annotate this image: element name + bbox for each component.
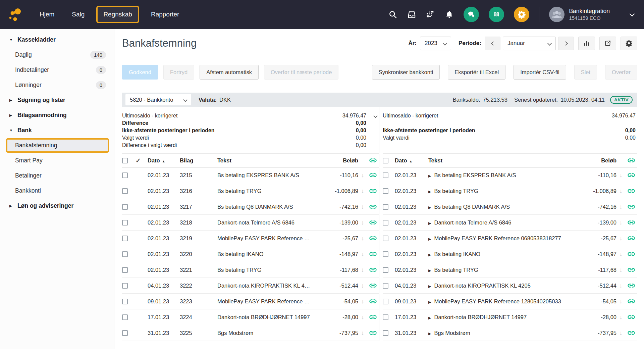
- book-entry-row[interactable]: 02.01.23 ▶Dankort-nota Telmore A/S 6846 …: [383, 215, 637, 231]
- bank-entry-row[interactable]: 02.01.23 3217 Bs betaling Q8 DANMARK A/S…: [122, 199, 379, 215]
- move-down-icon[interactable]: ↓: [616, 282, 625, 289]
- row-checkbox[interactable]: [122, 314, 128, 320]
- expand-row-icon[interactable]: ▶: [428, 174, 431, 178]
- book-entry-row[interactable]: 02.01.23 ▶Bs betaling IKANO -148,97 ↓: [383, 246, 637, 262]
- expand-row-icon[interactable]: ▶: [428, 284, 431, 288]
- move-down-icon[interactable]: ↓: [616, 298, 625, 305]
- inbox-tray-icon[interactable]: [407, 10, 416, 19]
- move-down-icon[interactable]: ↓: [616, 203, 625, 210]
- period-select[interactable]: Januar: [503, 37, 556, 50]
- book-entry-row[interactable]: 02.01.23 ▶Bs betaling EKSPRES BANK A/S -…: [383, 167, 637, 183]
- link-icon[interactable]: [367, 234, 379, 242]
- bank-entry-row[interactable]: 31.01.23 3225 Bgs Modstrøm -737,95 ↓: [122, 325, 379, 341]
- move-down-icon[interactable]: ↓: [358, 266, 367, 273]
- row-checkbox[interactable]: [383, 236, 388, 241]
- move-down-icon[interactable]: ↓: [358, 282, 367, 289]
- godkend-button[interactable]: Godkend: [122, 65, 158, 80]
- user-menu[interactable]: Bankintegration 1541159 ECO: [549, 7, 610, 22]
- link-icon[interactable]: [625, 171, 637, 179]
- move-down-icon[interactable]: ↓: [616, 266, 625, 273]
- expand-row-icon[interactable]: ▶: [428, 253, 431, 257]
- apps-grid-icon[interactable]: [426, 10, 435, 19]
- expand-row-icon[interactable]: ▶: [428, 332, 431, 336]
- move-down-icon[interactable]: ↓: [616, 251, 625, 258]
- overfor-til-naeste-periode-button[interactable]: Overfør til næste periode: [264, 65, 338, 80]
- handbook-icon[interactable]: [489, 7, 504, 22]
- overfor-button[interactable]: Overfør: [605, 65, 637, 80]
- settings-button[interactable]: [621, 37, 637, 50]
- bank-account-select[interactable]: 5820 - Bankkonto: [125, 94, 191, 105]
- importer-csv-button[interactable]: Importér CSV-fil: [514, 65, 566, 80]
- sidebar-item-indbetalinger[interactable]: Indbetalinger 0: [0, 62, 114, 78]
- chevron-down-icon[interactable]: [630, 11, 635, 16]
- link-icon[interactable]: [367, 218, 379, 227]
- fortryd-button[interactable]: Fortryd: [163, 65, 194, 80]
- sidebar-section-bilagsanmodning[interactable]: ▶ Bilagsanmodning: [0, 108, 114, 123]
- move-down-icon[interactable]: ↓: [616, 219, 625, 226]
- row-checkbox[interactable]: [383, 172, 388, 178]
- move-down-icon[interactable]: ↓: [358, 235, 367, 242]
- export-button[interactable]: [599, 37, 616, 50]
- bank-entry-row[interactable]: 02.01.23 3219 MobilePay EASY PARK Refere…: [122, 231, 379, 246]
- link-icon[interactable]: [625, 187, 637, 195]
- checkmark-icon[interactable]: ✓: [136, 157, 148, 164]
- row-checkbox[interactable]: [383, 299, 388, 304]
- sidebar-section-sogning-og-lister[interactable]: ▶ Søgning og lister: [0, 93, 114, 108]
- afstem-automatisk-button[interactable]: Afstem automatisk: [200, 65, 259, 80]
- menu-rapporter[interactable]: Rapporter: [142, 0, 188, 29]
- book-entry-row[interactable]: 02.01.23 ▶Bs betaling TRYG -117,68 ↓: [383, 262, 637, 278]
- book-entry-row[interactable]: 04.01.23 ▶Dankort-nota KIROPRAKTISK KL 4…: [383, 278, 637, 294]
- book-entry-row[interactable]: 02.01.23 ▶Bs betaling Q8 DANMARK A/S -74…: [383, 199, 637, 215]
- select-all-checkbox[interactable]: [122, 158, 128, 163]
- row-checkbox[interactable]: [383, 283, 388, 289]
- row-checkbox[interactable]: [122, 283, 128, 289]
- link-icon[interactable]: [367, 313, 379, 321]
- move-down-icon[interactable]: ↓: [358, 330, 367, 337]
- bank-entry-row[interactable]: 09.01.23 3223 MobilePay EASY PARK Refere…: [122, 294, 379, 309]
- link-icon[interactable]: [625, 203, 637, 211]
- move-down-icon[interactable]: ↓: [358, 203, 367, 210]
- previous-period-button[interactable]: [485, 37, 500, 50]
- move-down-icon[interactable]: ↓: [616, 314, 625, 321]
- move-down-icon[interactable]: ↓: [358, 314, 367, 321]
- row-checkbox[interactable]: [122, 267, 128, 273]
- move-down-icon[interactable]: ↓: [358, 219, 367, 226]
- link-icon[interactable]: [625, 282, 637, 290]
- link-icon[interactable]: [625, 329, 637, 337]
- year-select[interactable]: 2023: [420, 37, 451, 50]
- link-icon[interactable]: [367, 282, 379, 290]
- sidebar-section-lon-og-adviseringer[interactable]: ▶ Løn og adviseringer: [0, 198, 114, 213]
- link-icon[interactable]: [367, 250, 379, 258]
- summary-expand-icon[interactable]: [373, 114, 378, 118]
- settings-gear-icon[interactable]: [514, 7, 529, 22]
- sidebar-item-daglig[interactable]: Daglig 140: [0, 47, 114, 62]
- expand-row-icon[interactable]: ▶: [428, 190, 431, 194]
- link-icon[interactable]: [367, 203, 379, 211]
- sidebar-section-bank[interactable]: ▼ Bank: [0, 123, 114, 138]
- bank-entry-row[interactable]: 02.01.23 3218 Dankort-nota Telmore A/S 6…: [122, 215, 379, 231]
- expand-row-icon[interactable]: ▶: [428, 221, 431, 225]
- chat-icon[interactable]: [464, 7, 479, 22]
- row-checkbox[interactable]: [383, 267, 388, 273]
- chart-button[interactable]: [578, 37, 595, 50]
- expand-row-icon[interactable]: ▶: [428, 237, 431, 241]
- column-dato[interactable]: Dato▲: [395, 157, 428, 164]
- move-down-icon[interactable]: ↓: [358, 172, 367, 179]
- row-checkbox[interactable]: [122, 188, 128, 194]
- synkroniser-bankkonti-button[interactable]: Synkroniser bankkonti: [372, 65, 440, 80]
- link-icon[interactable]: [625, 250, 637, 258]
- app-logo[interactable]: [0, 7, 31, 22]
- bank-entry-row[interactable]: 02.01.23 3220 Bs betaling IKANO -148,97 …: [122, 246, 379, 262]
- bank-entry-row[interactable]: 02.01.23 3216 Bs betaling TRYG -1.006,89…: [122, 183, 379, 199]
- bell-icon[interactable]: [445, 10, 454, 19]
- book-entry-row[interactable]: 09.01.23 ▶MobilePay EASY PARK Reference …: [383, 294, 637, 309]
- bank-entry-row[interactable]: 02.01.23 3221 Bs betaling TRYG -117,68 ↓: [122, 262, 379, 278]
- column-tekst[interactable]: Tekst: [217, 157, 315, 164]
- row-checkbox[interactable]: [383, 314, 388, 320]
- search-icon[interactable]: [388, 10, 397, 19]
- row-checkbox[interactable]: [122, 204, 128, 210]
- expand-row-icon[interactable]: ▶: [428, 268, 431, 272]
- expand-row-icon[interactable]: ▶: [428, 300, 431, 304]
- column-belob[interactable]: Beløb: [315, 157, 358, 164]
- eksporter-til-excel-button[interactable]: Eksportér til Excel: [448, 65, 505, 80]
